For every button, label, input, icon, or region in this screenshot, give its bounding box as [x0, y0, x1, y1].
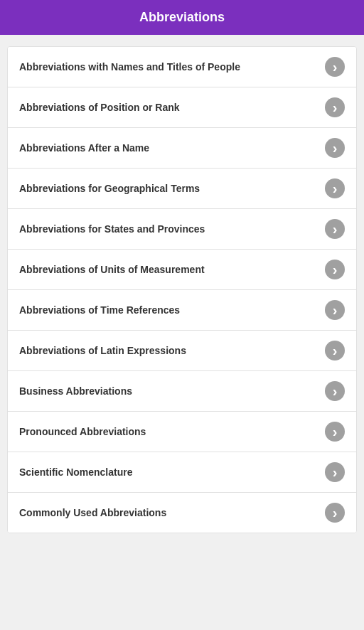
- menu-item-pronounced[interactable]: Pronounced Abbreviations: [8, 412, 356, 452]
- menu-item-latin-expressions[interactable]: Abbreviations of Latin Expressions: [8, 331, 356, 371]
- menu-item-position-rank[interactable]: Abbreviations of Position or Rank: [8, 87, 356, 128]
- menu-item-label-scientific: Scientific Nomenclature: [19, 466, 325, 478]
- menu-item-time-references[interactable]: Abbreviations of Time References: [8, 290, 356, 331]
- chevron-right-icon-time-references: [325, 300, 345, 320]
- menu-item-label-time-references: Abbreviations of Time References: [19, 304, 325, 316]
- menu-item-commonly-used[interactable]: Commonly Used Abbreviations: [8, 493, 356, 533]
- menu-item-label-latin-expressions: Abbreviations of Latin Expressions: [19, 345, 325, 356]
- menu-item-business[interactable]: Business Abbreviations: [8, 371, 356, 412]
- menu-item-geographical[interactable]: Abbreviations for Geographical Terms: [8, 169, 356, 209]
- chevron-right-icon-pronounced: [325, 422, 345, 442]
- menu-item-label-commonly-used: Commonly Used Abbreviations: [19, 507, 325, 518]
- chevron-right-icon-position-rank: [325, 97, 345, 117]
- chevron-right-icon-names-titles: [325, 57, 345, 77]
- chevron-right-icon-latin-expressions: [325, 341, 345, 361]
- menu-item-label-business: Business Abbreviations: [19, 385, 325, 397]
- menu-item-label-geographical: Abbreviations for Geographical Terms: [19, 183, 325, 194]
- menu-list: Abbreviations with Names and Titles of P…: [7, 46, 357, 533]
- menu-item-states-provinces[interactable]: Abbreviations for States and Provinces: [8, 209, 356, 250]
- menu-item-units-measurement[interactable]: Abbreviations of Units of Measurement: [8, 250, 356, 290]
- chevron-right-icon-geographical: [325, 178, 345, 198]
- menu-item-names-titles[interactable]: Abbreviations with Names and Titles of P…: [8, 47, 356, 87]
- chevron-right-icon-scientific: [325, 462, 345, 482]
- menu-item-label-after-name: Abbreviations After a Name: [19, 142, 325, 154]
- chevron-right-icon-states-provinces: [325, 219, 345, 239]
- menu-item-label-pronounced: Pronounced Abbreviations: [19, 426, 325, 437]
- menu-item-label-names-titles: Abbreviations with Names and Titles of P…: [19, 61, 325, 73]
- chevron-right-icon-after-name: [325, 138, 345, 158]
- header: Abbreviations: [0, 0, 364, 35]
- header-title: Abbreviations: [139, 10, 225, 24]
- menu-item-scientific[interactable]: Scientific Nomenclature: [8, 452, 356, 493]
- chevron-right-icon-units-measurement: [325, 260, 345, 279]
- menu-item-label-position-rank: Abbreviations of Position or Rank: [19, 102, 325, 113]
- menu-item-label-states-provinces: Abbreviations for States and Provinces: [19, 223, 325, 235]
- chevron-right-icon-business: [325, 381, 345, 401]
- chevron-right-icon-commonly-used: [325, 503, 345, 523]
- menu-item-label-units-measurement: Abbreviations of Units of Measurement: [19, 264, 325, 275]
- menu-item-after-name[interactable]: Abbreviations After a Name: [8, 128, 356, 169]
